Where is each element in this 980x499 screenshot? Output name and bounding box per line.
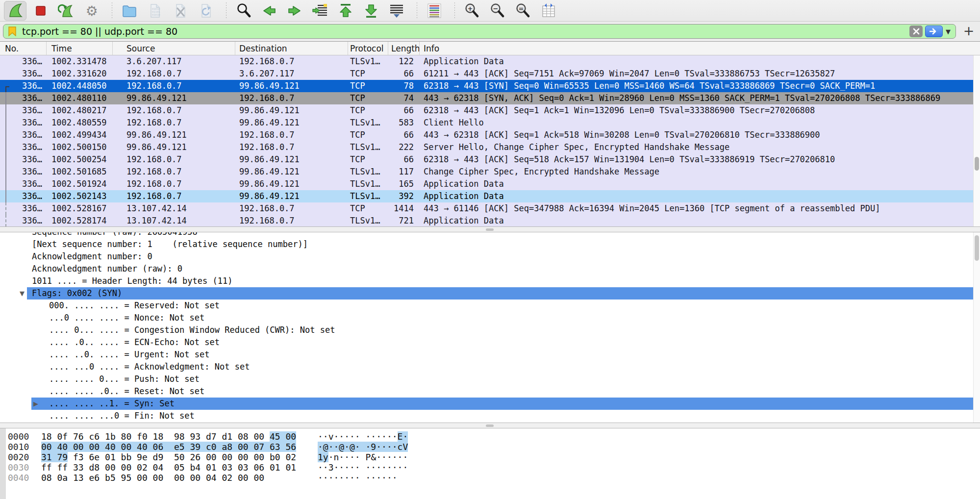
next-packet-button[interactable] bbox=[283, 1, 306, 21]
hex-bytes[interactable]: 31 79 f3 6e 01 bb 9e d9 50 26 00 00 00 0… bbox=[41, 452, 296, 462]
colorize-button[interactable] bbox=[423, 1, 446, 21]
hex-bytes[interactable]: 00 40 00 00 40 00 40 06 e5 39 c0 a8 00 0… bbox=[41, 442, 296, 452]
cell-source: 192.168.0.7 bbox=[113, 178, 235, 190]
cell-source: 192.168.0.7 bbox=[113, 153, 235, 166]
splitter-handle[interactable] bbox=[486, 424, 494, 427]
table-row[interactable]: 336…1002.448050192.168.0.799.86.49.121TC… bbox=[0, 80, 980, 92]
hex-row[interactable]: 004008 0a 13 e6 b5 95 00 00 00 00 04 02 … bbox=[0, 473, 980, 483]
find-packet-button[interactable] bbox=[232, 1, 255, 21]
scrollbar-thumb[interactable] bbox=[975, 235, 979, 261]
stop-capture-button[interactable] bbox=[29, 1, 52, 21]
capture-options-button[interactable]: ⚙ bbox=[80, 1, 103, 21]
scrollbar-thumb[interactable] bbox=[975, 157, 979, 171]
save-file-icon: 010100110101010 bbox=[147, 2, 163, 19]
zoom-100-button[interactable]: = bbox=[512, 1, 534, 21]
detail-line[interactable]: .... .0.. .... = ECN-Echo: Not set bbox=[0, 336, 980, 349]
first-packet-button[interactable] bbox=[334, 1, 357, 21]
detail-line[interactable]: .... ...0 .... = Acknowledgment: Not set bbox=[0, 361, 980, 373]
table-row[interactable]: 336…1002.52816713.107.42.14192.168.0.7TC… bbox=[0, 202, 980, 215]
detail-line[interactable]: ▶.... .... ..1. = Syn: Set bbox=[0, 398, 980, 410]
conversation-mark bbox=[5, 129, 9, 141]
cell-protocol: TLSv1… bbox=[348, 117, 388, 129]
zoom-out-button[interactable]: − bbox=[486, 1, 509, 21]
display-filter-input[interactable]: tcp.port == 80 || udp.port == 80 ▼ bbox=[3, 24, 956, 39]
expand-triangle-icon[interactable]: ▶ bbox=[33, 398, 38, 410]
hex-bytes[interactable]: 18 0f 76 c6 1b 80 f0 18 98 93 d7 d1 08 0… bbox=[41, 431, 296, 442]
highlighted-bytes: 1y bbox=[318, 452, 328, 462]
detail-line[interactable]: .... .... .0.. = Reset: Not set bbox=[0, 385, 980, 398]
detail-line[interactable]: .... .... 0... = Push: Not set bbox=[0, 373, 980, 385]
filter-expression-text[interactable]: tcp.port == 80 || udp.port == 80 bbox=[22, 26, 909, 37]
table-row[interactable]: 336…1002.331620192.168.0.73.6.207.117TCP… bbox=[0, 68, 980, 80]
resize-columns-button[interactable] bbox=[537, 1, 560, 21]
detail-line[interactable]: .... .... ...0 = Fin: Not set bbox=[0, 410, 980, 422]
column-header-destination[interactable]: Destination bbox=[235, 42, 348, 55]
hex-bytes[interactable]: 08 0a 13 e6 b5 95 00 00 00 00 04 02 00 0… bbox=[41, 473, 264, 483]
table-row[interactable]: 336…1002.3314783.6.207.117192.168.0.7TLS… bbox=[0, 55, 980, 68]
table-row[interactable]: 336…1002.480559192.168.0.799.86.49.121TL… bbox=[0, 117, 980, 129]
previous-packet-button[interactable] bbox=[258, 1, 280, 21]
packet-list-header: No.TimeSourceDestinationProtocolLengthIn… bbox=[0, 42, 980, 55]
table-row[interactable]: 336…1002.480217192.168.0.799.86.49.121TC… bbox=[0, 104, 980, 117]
column-header-no[interactable]: No. bbox=[0, 42, 47, 55]
table-row[interactable]: 336…1002.501924192.168.0.799.86.49.121TL… bbox=[0, 178, 980, 190]
details-scrollbar[interactable] bbox=[973, 232, 980, 423]
bytes: ··v····· ······ bbox=[318, 431, 398, 442]
hex-row[interactable]: 000018 0f 76 c6 1b 80 f0 18 98 93 d7 d1 … bbox=[0, 431, 980, 442]
hex-row[interactable]: 002031 79 f3 6e 01 bb 9e d9 50 26 00 00 … bbox=[0, 452, 980, 462]
zoom-in-button[interactable]: + bbox=[461, 1, 483, 21]
hex-ascii[interactable]: ··v····· ······E· bbox=[318, 431, 408, 442]
detail-line[interactable]: 000. .... .... = Reserved: Not set bbox=[0, 299, 980, 312]
hex-ascii[interactable]: ········ ······ bbox=[318, 473, 398, 483]
hex-ascii[interactable]: ··3····· ········ bbox=[318, 462, 408, 473]
detail-line[interactable]: Acknowledgment number (raw): 0 bbox=[0, 263, 980, 275]
detail-line[interactable]: .... ..0. .... = Urgent: Not set bbox=[0, 349, 980, 361]
table-row[interactable]: 336…1002.52817413.107.42.14192.168.0.7TL… bbox=[0, 215, 980, 227]
cell-source: 192.168.0.7 bbox=[113, 104, 235, 117]
column-header-info[interactable]: Info bbox=[420, 42, 980, 55]
collapse-triangle-icon[interactable]: ▼ bbox=[20, 287, 25, 299]
open-file-button[interactable] bbox=[118, 1, 141, 21]
cell-time: 1002.501924 bbox=[47, 178, 113, 190]
last-packet-button[interactable] bbox=[360, 1, 382, 21]
detail-line[interactable]: 1011 .... = Header Length: 44 bytes (11) bbox=[0, 275, 980, 287]
hex-row[interactable]: 001000 40 00 00 40 00 40 06 e5 39 c0 a8 … bbox=[0, 442, 980, 452]
detail-line[interactable]: ▼Flags: 0x002 (SYN) bbox=[0, 287, 980, 299]
column-header-protocol[interactable]: Protocol bbox=[348, 42, 388, 55]
detail-line[interactable]: Acknowledgment number: 0 bbox=[0, 250, 980, 263]
column-header-time[interactable]: Time bbox=[47, 42, 113, 55]
go-to-packet-button[interactable] bbox=[309, 1, 331, 21]
detail-line[interactable]: ...0 .... .... = Nonce: Not set bbox=[0, 312, 980, 324]
auto-scroll-button[interactable] bbox=[385, 1, 408, 21]
table-row[interactable]: 336…1002.501685192.168.0.799.86.49.121TL… bbox=[0, 166, 980, 178]
apply-arrow-icon[interactable] bbox=[925, 25, 943, 37]
detail-line[interactable]: [Next sequence number: 1 (relative seque… bbox=[0, 238, 980, 250]
zoom-out-icon: − bbox=[489, 2, 506, 19]
start-capture-button[interactable] bbox=[4, 1, 26, 21]
packet-list-scrollbar[interactable] bbox=[973, 55, 980, 227]
table-row[interactable]: 336…1002.48011099.86.49.121192.168.0.7TC… bbox=[0, 92, 980, 104]
chevron-down-icon[interactable]: ▼ bbox=[946, 28, 951, 35]
cell-info: Application Data bbox=[420, 190, 980, 202]
splitter-handle[interactable] bbox=[486, 228, 494, 231]
column-header-source[interactable]: Source bbox=[113, 42, 235, 55]
clear-x-icon[interactable] bbox=[909, 25, 923, 37]
table-row[interactable]: 336…1002.500254192.168.0.799.86.49.121TC… bbox=[0, 153, 980, 166]
detail-line[interactable]: Sequence number (raw): 2665041958 bbox=[0, 232, 980, 238]
detail-line[interactable]: .... 0... .... = Congestion Window Reduc… bbox=[0, 324, 980, 336]
hex-row[interactable]: 0030ff ff 33 d8 00 00 02 04 05 b4 01 03 … bbox=[0, 462, 980, 473]
restart-capture-button[interactable] bbox=[55, 1, 77, 21]
add-filter-button[interactable]: + bbox=[961, 24, 976, 39]
column-header-length[interactable]: Length bbox=[388, 42, 420, 55]
hex-ascii[interactable]: 1y·n···· P&······ bbox=[318, 452, 408, 462]
cell-length: 74 bbox=[388, 92, 420, 104]
splitter-list-details[interactable] bbox=[0, 226, 980, 232]
table-row[interactable]: 336…1002.50015099.86.49.121192.168.0.7TL… bbox=[0, 141, 980, 153]
table-row[interactable]: 336…1002.49943499.86.49.121192.168.0.7TC… bbox=[0, 129, 980, 141]
hex-ascii[interactable]: ·@··@·@· ·9····cV bbox=[318, 442, 408, 452]
bookmark-icon[interactable] bbox=[8, 26, 16, 36]
table-row[interactable]: 336…1002.502143192.168.0.799.86.49.121TL… bbox=[0, 190, 980, 202]
hex-bytes[interactable]: ff ff 33 d8 00 00 02 04 05 b4 01 03 03 0… bbox=[41, 462, 296, 473]
cell-protocol: TCP bbox=[348, 68, 388, 80]
splitter-details-bytes[interactable] bbox=[0, 423, 980, 428]
